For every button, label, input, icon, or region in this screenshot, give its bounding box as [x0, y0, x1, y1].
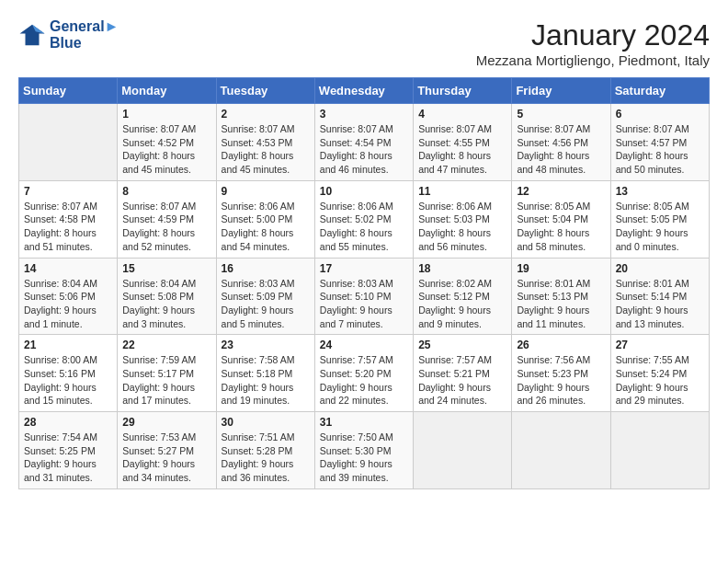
header-cell-tuesday: Tuesday	[216, 78, 314, 104]
header-cell-wednesday: Wednesday	[314, 78, 413, 104]
day-info: Sunrise: 8:06 AM Sunset: 5:03 PM Dayligh…	[418, 200, 506, 254]
day-cell: 6Sunrise: 8:07 AM Sunset: 4:57 PM Daylig…	[610, 104, 709, 181]
day-cell: 9Sunrise: 8:06 AM Sunset: 5:00 PM Daylig…	[216, 180, 314, 258]
day-number: 3	[320, 108, 408, 121]
day-info: Sunrise: 8:06 AM Sunset: 5:02 PM Dayligh…	[320, 200, 408, 254]
day-info: Sunrise: 8:07 AM Sunset: 4:54 PM Dayligh…	[320, 122, 408, 177]
day-cell: 3Sunrise: 8:07 AM Sunset: 4:54 PM Daylig…	[314, 104, 413, 181]
calendar-header: SundayMondayTuesdayWednesdayThursdayFrid…	[19, 78, 710, 104]
day-cell	[414, 412, 512, 489]
day-cell: 16Sunrise: 8:03 AM Sunset: 5:09 PM Dayli…	[216, 258, 314, 335]
day-info: Sunrise: 7:59 AM Sunset: 5:17 PM Dayligh…	[122, 353, 210, 408]
location-title: Mezzana Mortigliengo, Piedmont, Italy	[476, 52, 710, 68]
day-cell: 30Sunrise: 7:51 AM Sunset: 5:28 PM Dayli…	[216, 412, 314, 489]
day-cell: 24Sunrise: 7:57 AM Sunset: 5:20 PM Dayli…	[314, 335, 413, 412]
day-number: 10	[320, 185, 408, 198]
logo-icon	[18, 21, 46, 49]
day-info: Sunrise: 7:57 AM Sunset: 5:20 PM Dayligh…	[320, 353, 408, 408]
month-title: January 2024	[476, 18, 710, 52]
day-info: Sunrise: 8:07 AM Sunset: 4:53 PM Dayligh…	[222, 122, 310, 177]
day-cell: 25Sunrise: 7:57 AM Sunset: 5:21 PM Dayli…	[414, 335, 512, 412]
day-info: Sunrise: 8:04 AM Sunset: 5:08 PM Dayligh…	[122, 277, 210, 331]
day-cell: 10Sunrise: 8:06 AM Sunset: 5:02 PM Dayli…	[314, 180, 413, 258]
day-number: 31	[320, 416, 408, 429]
day-cell: 1Sunrise: 8:07 AM Sunset: 4:52 PM Daylig…	[118, 104, 216, 181]
day-cell: 14Sunrise: 8:04 AM Sunset: 5:06 PM Dayli…	[19, 258, 118, 335]
day-number: 16	[222, 262, 310, 275]
day-number: 15	[122, 262, 210, 275]
week-row-2: 7Sunrise: 8:07 AM Sunset: 4:58 PM Daylig…	[19, 180, 710, 258]
day-number: 13	[616, 185, 704, 198]
day-cell: 19Sunrise: 8:01 AM Sunset: 5:13 PM Dayli…	[512, 258, 610, 335]
day-info: Sunrise: 8:07 AM Sunset: 4:58 PM Dayligh…	[24, 200, 112, 254]
day-info: Sunrise: 8:03 AM Sunset: 5:09 PM Dayligh…	[222, 277, 310, 331]
day-number: 22	[122, 339, 210, 351]
day-cell: 28Sunrise: 7:54 AM Sunset: 5:25 PM Dayli…	[19, 412, 118, 489]
day-number: 18	[418, 262, 506, 275]
day-info: Sunrise: 8:06 AM Sunset: 5:00 PM Dayligh…	[222, 200, 310, 254]
header-cell-monday: Monday	[118, 78, 216, 104]
day-number: 14	[24, 262, 112, 275]
day-cell: 21Sunrise: 8:00 AM Sunset: 5:16 PM Dayli…	[19, 335, 118, 412]
day-number: 9	[222, 185, 310, 198]
day-number: 26	[517, 339, 605, 351]
day-number: 8	[122, 185, 210, 198]
day-number: 27	[616, 339, 704, 351]
header-cell-thursday: Thursday	[414, 78, 512, 104]
day-number: 11	[418, 185, 506, 198]
day-number: 25	[418, 339, 506, 351]
logo: General► Blue	[18, 18, 119, 52]
day-number: 7	[24, 185, 112, 198]
day-info: Sunrise: 8:02 AM Sunset: 5:12 PM Dayligh…	[418, 277, 506, 331]
day-info: Sunrise: 7:55 AM Sunset: 5:24 PM Dayligh…	[616, 353, 704, 408]
day-info: Sunrise: 7:54 AM Sunset: 5:25 PM Dayligh…	[24, 431, 112, 485]
day-cell: 23Sunrise: 7:58 AM Sunset: 5:18 PM Dayli…	[216, 335, 314, 412]
title-area: January 2024 Mezzana Mortigliengo, Piedm…	[476, 18, 710, 68]
day-info: Sunrise: 8:03 AM Sunset: 5:10 PM Dayligh…	[320, 277, 408, 331]
day-info: Sunrise: 8:07 AM Sunset: 4:57 PM Dayligh…	[616, 122, 704, 177]
day-cell: 13Sunrise: 8:05 AM Sunset: 5:05 PM Dayli…	[610, 180, 709, 258]
header-cell-sunday: Sunday	[19, 78, 118, 104]
day-number: 4	[418, 108, 506, 121]
day-cell	[610, 412, 709, 489]
day-cell: 31Sunrise: 7:50 AM Sunset: 5:30 PM Dayli…	[314, 412, 413, 489]
week-row-1: 1Sunrise: 8:07 AM Sunset: 4:52 PM Daylig…	[19, 104, 710, 181]
day-cell: 22Sunrise: 7:59 AM Sunset: 5:17 PM Dayli…	[118, 335, 216, 412]
week-row-4: 21Sunrise: 8:00 AM Sunset: 5:16 PM Dayli…	[19, 335, 710, 412]
day-number: 24	[320, 339, 408, 351]
day-info: Sunrise: 8:05 AM Sunset: 5:05 PM Dayligh…	[616, 200, 704, 254]
day-number: 23	[222, 339, 310, 351]
day-cell: 17Sunrise: 8:03 AM Sunset: 5:10 PM Dayli…	[314, 258, 413, 335]
day-info: Sunrise: 8:01 AM Sunset: 5:13 PM Dayligh…	[517, 277, 605, 331]
day-number: 29	[122, 416, 210, 429]
day-number: 30	[222, 416, 310, 429]
day-cell: 11Sunrise: 8:06 AM Sunset: 5:03 PM Dayli…	[414, 180, 512, 258]
day-cell: 5Sunrise: 8:07 AM Sunset: 4:56 PM Daylig…	[512, 104, 610, 181]
day-number: 19	[517, 262, 605, 275]
day-number: 1	[122, 108, 210, 121]
day-number: 17	[320, 262, 408, 275]
day-number: 28	[24, 416, 112, 429]
svg-marker-0	[20, 25, 45, 46]
day-info: Sunrise: 8:04 AM Sunset: 5:06 PM Dayligh…	[24, 277, 112, 331]
day-cell: 15Sunrise: 8:04 AM Sunset: 5:08 PM Dayli…	[118, 258, 216, 335]
day-info: Sunrise: 8:01 AM Sunset: 5:14 PM Dayligh…	[616, 277, 704, 331]
day-info: Sunrise: 7:50 AM Sunset: 5:30 PM Dayligh…	[320, 431, 408, 485]
day-cell: 18Sunrise: 8:02 AM Sunset: 5:12 PM Dayli…	[414, 258, 512, 335]
day-info: Sunrise: 8:00 AM Sunset: 5:16 PM Dayligh…	[24, 353, 112, 408]
day-number: 21	[24, 339, 112, 351]
day-info: Sunrise: 8:07 AM Sunset: 4:52 PM Dayligh…	[122, 122, 210, 177]
day-cell: 26Sunrise: 7:56 AM Sunset: 5:23 PM Dayli…	[512, 335, 610, 412]
day-cell: 20Sunrise: 8:01 AM Sunset: 5:14 PM Dayli…	[610, 258, 709, 335]
day-info: Sunrise: 7:51 AM Sunset: 5:28 PM Dayligh…	[222, 431, 310, 485]
day-cell	[19, 104, 118, 181]
day-number: 20	[616, 262, 704, 275]
day-cell: 29Sunrise: 7:53 AM Sunset: 5:27 PM Dayli…	[118, 412, 216, 489]
header-cell-friday: Friday	[512, 78, 610, 104]
day-info: Sunrise: 8:07 AM Sunset: 4:59 PM Dayligh…	[122, 200, 210, 254]
logo-text: General► Blue	[50, 18, 119, 52]
day-cell: 8Sunrise: 8:07 AM Sunset: 4:59 PM Daylig…	[118, 180, 216, 258]
calendar-table: SundayMondayTuesdayWednesdayThursdayFrid…	[18, 77, 710, 489]
day-cell: 4Sunrise: 8:07 AM Sunset: 4:55 PM Daylig…	[414, 104, 512, 181]
calendar-body: 1Sunrise: 8:07 AM Sunset: 4:52 PM Daylig…	[19, 104, 710, 489]
